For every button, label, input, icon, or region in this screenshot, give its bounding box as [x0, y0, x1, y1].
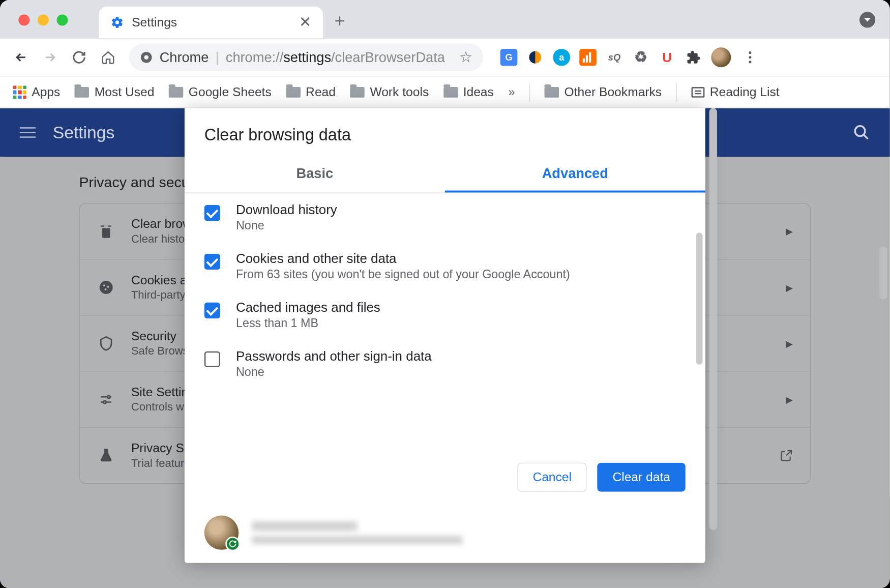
- chrome-icon: [140, 51, 153, 64]
- checkbox[interactable]: [204, 303, 220, 318]
- forward-button[interactable]: [38, 45, 62, 69]
- extensions-button[interactable]: [685, 49, 702, 66]
- dialog-options: Download historyNone Cookies and other s…: [185, 193, 705, 450]
- folder-icon: [169, 87, 184, 98]
- tab-title: Settings: [132, 15, 177, 30]
- search-button[interactable]: [853, 124, 870, 141]
- folder-icon: [350, 87, 365, 98]
- bookmarks-bar: Apps Most Used Google Sheets Read Work t…: [0, 76, 890, 108]
- svg-rect-4: [586, 55, 588, 63]
- address-bar[interactable]: Chrome | chrome://settings/clearBrowserD…: [129, 44, 483, 71]
- reload-button[interactable]: [67, 45, 91, 69]
- cancel-button[interactable]: Cancel: [518, 463, 587, 492]
- window-controls: [18, 15, 68, 26]
- option-cached-files[interactable]: Cached images and filesLess than 1 MB: [185, 291, 705, 340]
- bookmark-folder[interactable]: Read: [286, 85, 336, 100]
- checkbox[interactable]: [204, 205, 220, 221]
- bookmark-folder[interactable]: Google Sheets: [169, 85, 272, 100]
- bookmark-star-button[interactable]: ☆: [459, 49, 472, 66]
- apps-icon: [13, 85, 26, 99]
- dialog-title: Clear browsing data: [185, 108, 705, 157]
- option-download-history[interactable]: Download historyNone: [185, 193, 705, 242]
- settings-page: Settings Privacy and security Clear brow…: [0, 108, 890, 588]
- svg-rect-3: [583, 58, 585, 63]
- checkbox[interactable]: [204, 254, 220, 270]
- back-button[interactable]: [9, 45, 33, 69]
- bookmark-folder[interactable]: Work tools: [350, 85, 429, 100]
- clear-data-button[interactable]: Clear data: [598, 463, 686, 492]
- menu-button[interactable]: [20, 127, 36, 138]
- svg-point-6: [855, 126, 865, 136]
- scrollbar[interactable]: [696, 232, 703, 364]
- dialog-tabs: Basic Advanced: [185, 156, 705, 193]
- sync-icon: [225, 537, 240, 551]
- titlebar: Settings ✕ ＋: [0, 0, 890, 38]
- folder-icon: [286, 87, 301, 98]
- avatar: [204, 515, 239, 549]
- extension-sq-icon[interactable]: sQ: [606, 49, 623, 66]
- svg-rect-5: [589, 52, 591, 63]
- page-scrollbar[interactable]: [879, 247, 887, 300]
- profile-row: [185, 505, 705, 563]
- checkbox[interactable]: [204, 351, 220, 367]
- redacted-email: [252, 536, 463, 544]
- folder-icon: [545, 87, 559, 98]
- bookmarks-overflow-button[interactable]: »: [508, 85, 515, 99]
- omnibox-origin-label: Chrome: [160, 49, 209, 65]
- profile-avatar-button[interactable]: [711, 47, 731, 67]
- extension-amazon-icon[interactable]: a: [553, 49, 570, 66]
- other-bookmarks-button[interactable]: Other Bookmarks: [545, 85, 662, 100]
- browser-tab[interactable]: Settings ✕: [99, 7, 323, 38]
- folder-icon: [443, 87, 458, 98]
- bookmark-folder[interactable]: Ideas: [443, 85, 494, 100]
- bookmark-folder[interactable]: Most Used: [75, 85, 155, 100]
- extension-u-icon[interactable]: U: [659, 49, 676, 66]
- new-tab-button[interactable]: ＋: [331, 9, 348, 38]
- extension-translate-icon[interactable]: G: [500, 49, 518, 66]
- reading-list-button[interactable]: Reading List: [691, 85, 779, 100]
- svg-point-1: [144, 55, 149, 60]
- apps-shortcut[interactable]: Apps: [13, 85, 60, 100]
- close-window-button[interactable]: [18, 15, 29, 26]
- extension-similarweb-icon[interactable]: [527, 49, 544, 66]
- home-button[interactable]: [96, 45, 120, 69]
- option-cookies[interactable]: Cookies and other site dataFrom 63 sites…: [185, 242, 705, 291]
- folder-icon: [75, 87, 90, 98]
- scrollbar[interactable]: [709, 108, 717, 530]
- dialog-actions: Cancel Clear data: [185, 450, 705, 505]
- browser-menu-button[interactable]: [740, 51, 760, 63]
- extensions-area: G a sQ ♻ U: [500, 47, 760, 67]
- tab-basic[interactable]: Basic: [185, 156, 445, 192]
- extension-analytics-icon[interactable]: [579, 49, 597, 66]
- close-tab-button[interactable]: ✕: [299, 14, 311, 31]
- option-passwords[interactable]: Passwords and other sign-in dataNone: [185, 339, 705, 388]
- maximize-window-button[interactable]: [56, 15, 68, 26]
- tab-list-button[interactable]: [859, 12, 875, 27]
- chevron-down-icon: [859, 12, 875, 27]
- clear-browsing-data-dialog: Clear browsing data Basic Advanced Downl…: [185, 108, 705, 563]
- browser-window: Settings ✕ ＋ Chrome | chrome://settings/…: [0, 0, 890, 588]
- gear-icon: [111, 16, 124, 29]
- minimize-window-button[interactable]: [38, 15, 49, 26]
- toolbar: Chrome | chrome://settings/clearBrowserD…: [0, 38, 890, 76]
- tab-advanced[interactable]: Advanced: [445, 156, 705, 192]
- omnibox-url: chrome://settings/clearBrowserData: [226, 49, 445, 65]
- redacted-name: [252, 521, 357, 531]
- extension-recycle-icon[interactable]: ♻: [632, 49, 649, 66]
- list-icon: [691, 87, 704, 98]
- page-title: Settings: [53, 122, 115, 142]
